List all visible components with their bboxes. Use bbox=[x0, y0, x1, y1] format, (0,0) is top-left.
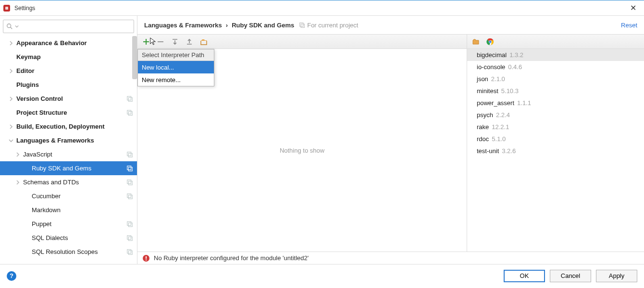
svg-rect-16 bbox=[127, 221, 131, 225]
scrollbar[interactable] bbox=[132, 36, 137, 79]
tree-node[interactable]: Project Structure bbox=[0, 106, 137, 120]
svg-rect-7 bbox=[128, 111, 132, 115]
search-box[interactable] bbox=[3, 20, 134, 33]
tree-node[interactable]: Keymap bbox=[0, 50, 137, 64]
gem-version: 5.10.3 bbox=[501, 87, 519, 95]
svg-rect-21 bbox=[128, 251, 132, 254]
tree-node[interactable]: SQL Dialects bbox=[0, 231, 137, 245]
move-up-icon bbox=[186, 38, 193, 46]
copy-icon bbox=[126, 249, 133, 255]
remove-sdk-button[interactable] bbox=[157, 38, 164, 46]
svg-rect-13 bbox=[128, 181, 132, 185]
tree-label: Project Structure bbox=[16, 109, 124, 116]
app-icon bbox=[3, 4, 11, 12]
svg-rect-4 bbox=[127, 96, 131, 100]
tree-label: Version Control bbox=[16, 95, 124, 102]
chevron-down-icon bbox=[9, 138, 13, 143]
chevron-right-icon bbox=[9, 69, 13, 73]
tree-label: SQL Resolution Scopes bbox=[32, 248, 124, 255]
empty-text: Nothing to show bbox=[280, 147, 324, 154]
gems-toolbar bbox=[467, 35, 644, 49]
svg-rect-19 bbox=[128, 237, 132, 240]
copy-icon bbox=[126, 193, 133, 200]
copy-icon bbox=[126, 179, 133, 186]
tree-node[interactable]: Plugins bbox=[0, 78, 137, 92]
ok-button[interactable]: OK bbox=[504, 270, 545, 282]
chrome-icon bbox=[486, 38, 494, 46]
status-text: No Ruby interpreter configured for the m… bbox=[154, 254, 309, 262]
move-down-button[interactable] bbox=[171, 38, 179, 46]
svg-rect-23 bbox=[301, 24, 304, 27]
dropdown-item[interactable]: New remote... bbox=[138, 73, 214, 86]
edit-paths-button[interactable] bbox=[200, 38, 208, 46]
tree-label: Build, Execution, Deployment bbox=[16, 123, 133, 130]
gem-row[interactable]: bigdecimal1.3.2 bbox=[467, 49, 644, 61]
search-input[interactable] bbox=[22, 23, 131, 30]
tree-node[interactable]: Build, Execution, Deployment bbox=[0, 120, 137, 133]
svg-rect-27 bbox=[146, 256, 147, 259]
dialog-footer: ? OK Cancel Apply bbox=[0, 264, 644, 287]
tree-node[interactable]: Version Control bbox=[0, 92, 137, 106]
gem-row[interactable]: io-console0.4.6 bbox=[467, 61, 644, 73]
cursor-icon bbox=[149, 37, 157, 45]
tree-label: Puppet bbox=[32, 220, 124, 228]
gem-row[interactable]: test-unit3.2.6 bbox=[467, 145, 644, 157]
tree-node[interactable]: Editor bbox=[0, 64, 137, 78]
status-bar: No Ruby interpreter configured for the m… bbox=[137, 252, 644, 264]
gem-list: bigdecimal1.3.2io-console0.4.6json2.1.0m… bbox=[467, 49, 644, 252]
tree-label: Cucumber bbox=[32, 192, 124, 200]
help-button[interactable]: ? bbox=[7, 271, 16, 281]
chevron-right-icon bbox=[15, 152, 20, 157]
svg-rect-17 bbox=[128, 223, 132, 227]
dropdown-item[interactable]: New local... bbox=[138, 61, 214, 73]
svg-rect-18 bbox=[127, 235, 131, 239]
tree-node[interactable]: Puppet bbox=[0, 217, 137, 231]
reset-link[interactable]: Reset bbox=[621, 22, 637, 29]
apply-button[interactable]: Apply bbox=[596, 270, 637, 282]
svg-rect-14 bbox=[127, 193, 131, 197]
open-folder-button[interactable] bbox=[472, 38, 480, 46]
gem-version: 2.1.0 bbox=[491, 75, 505, 83]
gem-version: 5.1.0 bbox=[492, 135, 506, 143]
copy-icon bbox=[299, 22, 305, 28]
gem-version: 3.2.6 bbox=[502, 147, 516, 155]
tree-node[interactable]: JavaScript bbox=[0, 147, 137, 161]
svg-rect-10 bbox=[127, 166, 131, 169]
tree-node[interactable]: Cucumber bbox=[0, 189, 137, 203]
gem-version: 2.2.4 bbox=[496, 111, 510, 119]
svg-rect-5 bbox=[128, 97, 132, 101]
gem-row[interactable]: power_assert1.1.1 bbox=[467, 97, 644, 109]
tree-node[interactable]: Ruby SDK and Gems bbox=[0, 161, 137, 175]
tree-label: Appearance & Behavior bbox=[16, 39, 133, 47]
gem-name: psych bbox=[477, 111, 493, 119]
svg-rect-22 bbox=[300, 23, 303, 26]
tree-node[interactable]: Markdown bbox=[0, 203, 137, 217]
chevron-right-icon bbox=[9, 41, 13, 46]
project-scope-label: For current project bbox=[307, 22, 358, 29]
svg-point-25 bbox=[489, 40, 492, 43]
cancel-button[interactable]: Cancel bbox=[550, 270, 591, 282]
project-scope: For current project bbox=[299, 22, 358, 29]
gem-row[interactable]: json2.1.0 bbox=[467, 73, 644, 85]
chrome-button[interactable] bbox=[486, 38, 494, 46]
move-up-button[interactable] bbox=[186, 38, 193, 46]
interpreter-dropdown: Select Interpreter Path New local...New … bbox=[137, 49, 214, 86]
svg-rect-11 bbox=[128, 167, 132, 171]
gem-row[interactable]: psych2.2.4 bbox=[467, 109, 644, 121]
tree-node[interactable]: SQL Resolution Scopes bbox=[0, 245, 137, 259]
gem-row[interactable]: rake12.2.1 bbox=[467, 121, 644, 133]
tree-node[interactable]: Appearance & Behavior bbox=[0, 36, 137, 50]
chevron-right-icon bbox=[9, 96, 13, 101]
copy-icon bbox=[126, 235, 133, 241]
close-button[interactable]: ✕ bbox=[625, 3, 641, 12]
breadcrumb-a[interactable]: Languages & Frameworks bbox=[144, 22, 222, 29]
gem-row[interactable]: minitest5.10.3 bbox=[467, 85, 644, 97]
tree-node[interactable]: Schemas and DTDs bbox=[0, 175, 137, 189]
tree-label: SQL Dialects bbox=[32, 234, 124, 241]
gem-row[interactable]: rdoc5.1.0 bbox=[467, 133, 644, 145]
sdk-list-panel: Select Interpreter Path New local...New … bbox=[137, 35, 467, 252]
tree-node[interactable]: Languages & Frameworks bbox=[0, 133, 137, 147]
tree-label: Editor bbox=[16, 67, 133, 74]
svg-point-2 bbox=[7, 24, 11, 28]
tree-label: Schemas and DTDs bbox=[23, 179, 124, 186]
